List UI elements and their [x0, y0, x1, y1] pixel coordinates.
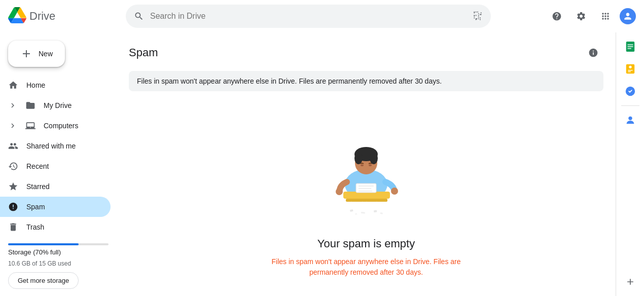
- sidebar-item-recent[interactable]: Recent: [0, 156, 111, 176]
- new-button-label: New: [39, 50, 53, 58]
- chevron-icon: [8, 101, 17, 110]
- computer-icon: [25, 121, 35, 131]
- svg-line-15: [372, 202, 373, 209]
- sidebar-item-home[interactable]: Home: [0, 75, 111, 95]
- svg-rect-28: [627, 46, 633, 47]
- empty-illustration: [315, 124, 417, 225]
- storage-bar-fill: [8, 243, 79, 245]
- svg-rect-29: [627, 48, 631, 49]
- svg-rect-23: [374, 210, 377, 212]
- svg-rect-27: [627, 44, 633, 45]
- empty-title: Your spam is empty: [317, 237, 415, 250]
- sidebar-item-label: Home: [26, 81, 45, 89]
- page-title-row: Spam: [129, 43, 603, 63]
- settings-button[interactable]: [571, 6, 591, 26]
- svg-point-6: [369, 164, 372, 166]
- page-title: Spam: [129, 46, 158, 59]
- keep-panel-icon[interactable]: [620, 59, 640, 79]
- clock-icon: [8, 161, 18, 171]
- storage-section: Storage (70% full) 10.6 GB of 15 GB used…: [0, 237, 117, 295]
- empty-subtitle: Files in spam won't appear anywhere else…: [255, 256, 478, 278]
- svg-rect-32: [628, 70, 632, 71]
- sidebar-item-label: Recent: [26, 162, 49, 170]
- svg-point-8: [391, 188, 398, 195]
- svg-rect-25: [355, 213, 357, 215]
- search-icon: [134, 11, 144, 21]
- layout: New Home My Drive C: [0, 0, 644, 296]
- plus-icon: [20, 48, 32, 60]
- sidebar-item-starred[interactable]: Starred: [0, 176, 111, 197]
- people-icon: [8, 141, 18, 151]
- star-icon: [8, 181, 18, 192]
- info-button[interactable]: [583, 43, 603, 63]
- search-input[interactable]: [150, 12, 467, 21]
- sidebar-item-label: Shared with me: [26, 142, 76, 150]
- empty-state: Your spam is empty Files in spam won't a…: [129, 103, 603, 278]
- panel-divider: [621, 105, 639, 106]
- sidebar-item-spam[interactable]: Spam: [0, 197, 111, 217]
- svg-point-7: [336, 188, 343, 195]
- svg-line-14: [366, 202, 367, 210]
- sidebar-item-label: Computers: [44, 122, 78, 130]
- info-banner: Files in spam won't appear anywhere else…: [129, 71, 603, 91]
- svg-point-35: [628, 117, 632, 120]
- logo: Drive: [8, 6, 120, 26]
- svg-line-12: [356, 202, 357, 211]
- sidebar-item-my-drive[interactable]: My Drive: [0, 95, 111, 116]
- contacts-panel-icon[interactable]: [620, 110, 640, 130]
- storage-label: Storage (70% full): [8, 248, 109, 256]
- folder-icon: [25, 100, 35, 110]
- right-panel: [616, 32, 644, 296]
- svg-rect-22: [361, 212, 365, 214]
- sidebar-item-trash[interactable]: Trash: [0, 217, 111, 237]
- add-panel-button[interactable]: [620, 272, 640, 292]
- header: Drive: [0, 0, 644, 32]
- chevron-icon: [8, 121, 17, 130]
- svg-point-5: [361, 164, 364, 166]
- sidebar-item-computers[interactable]: Computers: [0, 116, 111, 136]
- sidebar: New Home My Drive C: [0, 32, 117, 296]
- help-button[interactable]: [547, 6, 567, 26]
- svg-point-31: [629, 66, 632, 69]
- svg-point-4: [370, 152, 378, 164]
- svg-rect-10: [346, 199, 387, 202]
- home-icon: [8, 80, 18, 90]
- svg-point-3: [354, 152, 363, 164]
- drive-logo-icon: [8, 6, 26, 26]
- sheets-panel-icon[interactable]: [620, 36, 640, 57]
- main-content: Spam Files in spam won't appear anywhere…: [117, 32, 616, 296]
- filter-icon[interactable]: [473, 11, 483, 21]
- trash-icon: [8, 222, 18, 232]
- apps-button[interactable]: [595, 6, 616, 26]
- storage-bar-background: [8, 243, 109, 245]
- new-button[interactable]: New: [8, 41, 65, 67]
- svg-rect-33: [628, 71, 631, 72]
- avatar[interactable]: [620, 8, 636, 24]
- tasks-panel-icon[interactable]: [620, 81, 640, 101]
- logo-text: Drive: [29, 10, 55, 23]
- search-bar[interactable]: [126, 5, 491, 28]
- sidebar-item-label: My Drive: [44, 101, 71, 109]
- storage-used: 10.6 GB of 15 GB used: [8, 260, 109, 267]
- svg-rect-21: [350, 209, 353, 212]
- svg-line-16: [376, 202, 377, 211]
- sidebar-item-label: Starred: [26, 182, 50, 191]
- svg-rect-24: [380, 212, 383, 214]
- warning-icon: [8, 202, 18, 212]
- sidebar-item-label: Trash: [26, 223, 44, 231]
- sidebar-item-label: Spam: [26, 203, 45, 211]
- sidebar-item-shared-with-me[interactable]: Shared with me: [0, 136, 111, 156]
- header-right: [547, 6, 636, 26]
- svg-line-11: [351, 202, 352, 209]
- svg-line-13: [362, 202, 363, 209]
- get-more-storage-button[interactable]: Get more storage: [8, 272, 79, 289]
